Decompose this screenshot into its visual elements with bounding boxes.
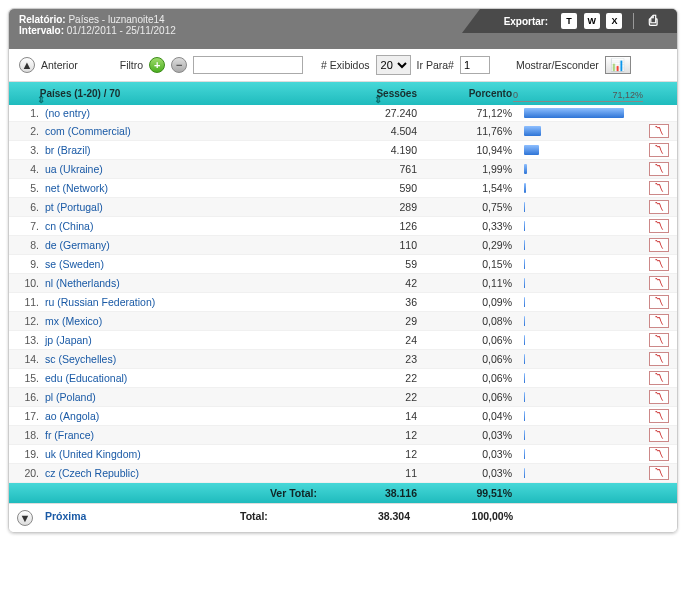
- row-country[interactable]: pt (Portugal): [39, 201, 327, 213]
- row-percent: 0,33%: [417, 220, 512, 232]
- row-chart-icon[interactable]: 〽: [649, 428, 669, 442]
- row-sessions: 36: [327, 296, 417, 308]
- row-country[interactable]: pl (Poland): [39, 391, 327, 403]
- row-country[interactable]: net (Network): [39, 182, 327, 194]
- subtotal-percent: 99,51%: [417, 487, 512, 499]
- row-chart-icon[interactable]: 〽: [649, 333, 669, 347]
- goto-label: Ir Para#: [417, 59, 454, 71]
- row-country[interactable]: mx (Mexico): [39, 315, 327, 327]
- row-index: 10.: [17, 277, 39, 289]
- row-percent: 0,03%: [417, 448, 512, 460]
- row-country[interactable]: uk (United Kingdom): [39, 448, 327, 460]
- row-bar: [512, 335, 648, 345]
- row-country[interactable]: ua (Ukraine): [39, 163, 327, 175]
- export-txt-icon[interactable]: T: [561, 13, 577, 29]
- table-row: 3.br (Brazil)4.19010,94%〽: [9, 141, 677, 160]
- row-chart-icon[interactable]: 〽: [649, 143, 669, 157]
- row-chart-icon[interactable]: 〽: [649, 219, 669, 233]
- row-index: 11.: [17, 296, 39, 308]
- export-excel-icon[interactable]: X: [606, 13, 622, 29]
- row-country[interactable]: cn (China): [39, 220, 327, 232]
- row-country[interactable]: se (Sweden): [39, 258, 327, 270]
- row-percent: 0,06%: [417, 353, 512, 365]
- show-hide-label[interactable]: Mostrar/Esconder: [516, 59, 599, 71]
- row-index: 18.: [17, 429, 39, 441]
- row-country[interactable]: (no entry): [39, 107, 327, 119]
- row-percent: 0,11%: [417, 277, 512, 289]
- row-chart-icon[interactable]: 〽: [649, 162, 669, 176]
- row-chart-icon[interactable]: 〽: [649, 466, 669, 480]
- row-bar: [512, 278, 648, 288]
- add-filter-icon[interactable]: +: [149, 57, 165, 73]
- row-index: 2.: [17, 125, 39, 137]
- row-chart-icon[interactable]: 〽: [649, 257, 669, 271]
- row-country[interactable]: de (Germany): [39, 239, 327, 251]
- table-row: 18.fr (France)120,03%〽: [9, 426, 677, 445]
- report-title: Países - luznanoite14: [68, 14, 164, 25]
- num-shown-select[interactable]: 20: [376, 55, 411, 75]
- row-chart-icon[interactable]: 〽: [649, 314, 669, 328]
- row-country[interactable]: fr (France): [39, 429, 327, 441]
- row-chart-icon[interactable]: 〽: [649, 447, 669, 461]
- chart-toggle-icon[interactable]: 📊: [605, 56, 631, 74]
- row-country[interactable]: sc (Seychelles): [39, 353, 327, 365]
- total-percent: 100,00%: [458, 510, 513, 522]
- row-chart-icon[interactable]: 〽: [649, 181, 669, 195]
- table-row: 19.uk (United Kingdom)120,03%〽: [9, 445, 677, 464]
- row-chart-icon[interactable]: 〽: [649, 276, 669, 290]
- row-chart-icon[interactable]: 〽: [649, 238, 669, 252]
- table-row: 16.pl (Poland)220,06%〽: [9, 388, 677, 407]
- row-chart-icon[interactable]: 〽: [649, 371, 669, 385]
- row-bar: [512, 108, 648, 118]
- subtotal-label[interactable]: Ver Total:: [17, 487, 327, 499]
- row-percent: 11,76%: [417, 125, 512, 137]
- row-country[interactable]: edu (Educational): [39, 372, 327, 384]
- row-sessions: 126: [327, 220, 417, 232]
- row-bar: [512, 373, 648, 383]
- remove-filter-icon[interactable]: −: [171, 57, 187, 73]
- row-index: 12.: [17, 315, 39, 327]
- col-percent[interactable]: Porcento: [417, 88, 512, 99]
- row-country[interactable]: nl (Netherlands): [39, 277, 327, 289]
- row-index: 5.: [17, 182, 39, 194]
- goto-input[interactable]: [460, 56, 490, 74]
- row-sessions: 289: [327, 201, 417, 213]
- print-icon[interactable]: ⎙: [645, 13, 661, 29]
- export-word-icon[interactable]: W: [584, 13, 600, 29]
- row-chart-icon[interactable]: 〽: [649, 295, 669, 309]
- next-page-icon[interactable]: ▼: [17, 510, 33, 526]
- row-sessions: 12: [327, 429, 417, 441]
- row-country[interactable]: com (Commercial): [39, 125, 327, 137]
- col-country[interactable]: Países (1-20) / 70: [17, 88, 327, 99]
- row-index: 17.: [17, 410, 39, 422]
- prev-page-icon[interactable]: ▲: [19, 57, 35, 73]
- row-percent: 0,06%: [417, 391, 512, 403]
- next-label[interactable]: Próxima: [45, 510, 86, 522]
- row-bar: [512, 297, 648, 307]
- row-country[interactable]: ao (Angola): [39, 410, 327, 422]
- total-sessions: 38.304: [360, 510, 410, 522]
- row-chart-icon[interactable]: 〽: [649, 409, 669, 423]
- row-sessions: 12: [327, 448, 417, 460]
- table-row: 8.de (Germany)1100,29%〽: [9, 236, 677, 255]
- row-chart-icon[interactable]: 〽: [649, 352, 669, 366]
- row-country[interactable]: ru (Russian Federation): [39, 296, 327, 308]
- row-bar: [512, 240, 648, 250]
- row-sessions: 4.190: [327, 144, 417, 156]
- table-row: 14.sc (Seychelles)230,06%〽: [9, 350, 677, 369]
- report-header: Relatório: Países - luznanoite14 Interva…: [9, 9, 677, 49]
- row-chart-icon[interactable]: 〽: [649, 390, 669, 404]
- row-bar: [512, 354, 648, 364]
- report-panel: Relatório: Países - luznanoite14 Interva…: [8, 8, 678, 533]
- row-bar: [512, 411, 648, 421]
- prev-label[interactable]: Anterior: [41, 59, 78, 71]
- table-row: 20.cz (Czech Republic)110,03%〽: [9, 464, 677, 483]
- row-country[interactable]: jp (Japan): [39, 334, 327, 346]
- filter-input[interactable]: [193, 56, 303, 74]
- row-country[interactable]: cz (Czech Republic): [39, 467, 327, 479]
- row-country[interactable]: br (Brazil): [39, 144, 327, 156]
- row-sessions: 590: [327, 182, 417, 194]
- row-chart-icon[interactable]: 〽: [649, 124, 669, 138]
- row-chart-icon[interactable]: 〽: [649, 200, 669, 214]
- col-sessions[interactable]: Sessões: [327, 88, 417, 99]
